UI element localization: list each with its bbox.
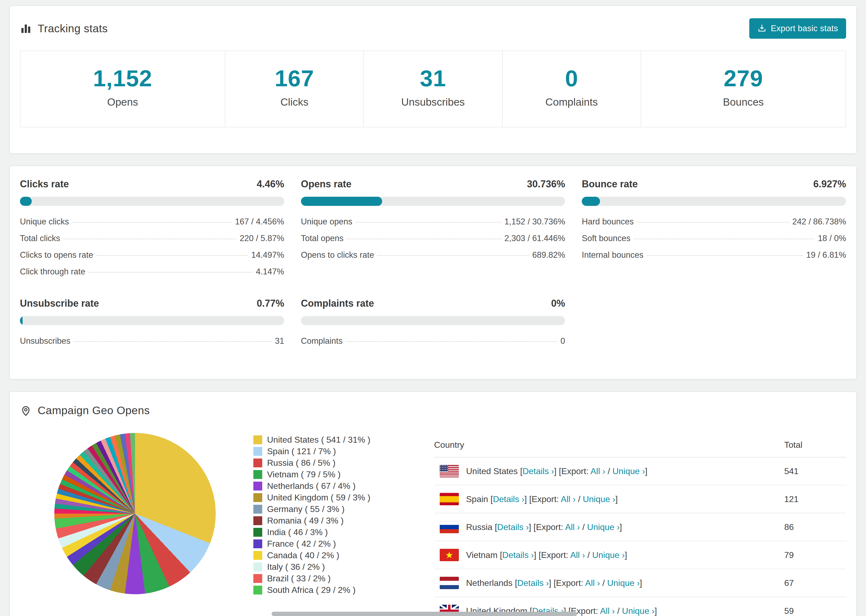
stat-value: 0 [505,67,638,90]
legend-item: France ( 42 / 2% ) [254,538,370,550]
vn-flag-icon [440,549,459,561]
column-header-country: Country [434,433,784,457]
stat-row-value: 689.82% [532,250,565,260]
stat-row-label: Unsubscribes [20,336,71,346]
legend-swatch [254,493,262,502]
legend-item: Vietnam ( 79 / 5% ) [254,469,370,480]
legend-item: India ( 46 / 3% ) [254,526,370,538]
country-total: 121 [784,485,846,513]
legend-label: Vietnam ( 79 / 5% ) [267,469,340,480]
stat-row: Internal bounces19 / 6.81% [582,247,846,263]
dotted-leader [88,272,253,272]
details-link[interactable]: Details › [493,494,524,504]
export-unique-link[interactable]: Unique › [587,522,620,532]
geo-legend: United States ( 541 / 31% )Spain ( 121 /… [254,434,370,596]
country-cell: Spain [Details ›] [Export: All › / Uniqu… [434,493,784,505]
stat-row-value: 220 / 5.87% [239,234,284,243]
legend-swatch [254,482,262,490]
stat-row: Click through rate4.147% [20,263,284,280]
stat-row-value: 0 [561,336,565,346]
stat-row-label: Unique opens [301,217,352,226]
progress-fill [301,197,382,206]
legend-item: United States ( 541 / 31% ) [254,434,370,446]
export-all-link[interactable]: All › [565,522,580,532]
tracking-stats-card: Tracking stats Export basic stats 1,152 … [9,5,857,154]
rates-grid: Clicks rate 4.46% Unique clicks167 / 4.4… [20,178,846,349]
stat-label: Opens [23,96,222,108]
geo-pie-chart [54,433,216,594]
geo-opens-card: Campaign Geo Opens United States ( 541 /… [9,391,857,616]
export-unique-link[interactable]: Unique › [612,466,645,476]
stat-row-value: 31 [275,336,284,346]
dotted-leader [634,239,815,239]
details-link[interactable]: Details › [497,522,529,532]
legend-swatch [254,459,262,467]
export-unique-link[interactable]: Unique › [607,578,640,588]
stat-row-label: Opens to clicks rate [301,250,374,260]
stat-row-value: 19 / 6.81% [806,250,846,260]
map-pin-icon [20,405,32,416]
bar-chart-icon [20,23,32,35]
ru-flag-icon [440,521,459,533]
export-all-link[interactable]: All › [570,550,585,560]
export-unique-link[interactable]: Unique › [592,550,625,560]
stat-complaints: 0 Complaints [502,50,641,127]
dotted-leader [377,255,529,256]
legend-item: Germany ( 55 / 3% ) [254,503,370,515]
stat-row-label: Complaints [301,336,343,346]
table-row: Netherlands [Details ›] [Export: All › /… [434,569,846,597]
dotted-leader [346,341,557,342]
legend-item: United Kingdom ( 59 / 3% ) [254,492,370,503]
geo-table: Country Total United States [Details ›] … [434,433,846,616]
export-icon [757,24,767,33]
stat-row: Unique opens1,152 / 30.736% [301,214,565,230]
export-all-link[interactable]: All › [561,494,576,504]
rate-title: Opens rate [301,178,351,190]
opens-rate-progressbar [301,197,565,206]
stat-label: Bounces [644,96,843,108]
export-basic-stats-button[interactable]: Export basic stats [749,18,846,39]
details-link[interactable]: Details › [523,466,554,476]
legend-label: Spain ( 121 / 7% ) [267,446,336,457]
stat-bounces: 279 Bounces [641,50,846,127]
country-cell-text: Netherlands [Details ›] [Export: All › /… [466,578,642,588]
details-link[interactable]: Details › [502,550,534,560]
export-all-link[interactable]: All › [585,578,600,588]
legend-label: Romania ( 49 / 3% ) [267,515,344,526]
country-cell: United States [Details ›] [Export: All ›… [434,465,784,477]
bounce-rate-block: Bounce rate 6.927% Hard bounces242 / 86.… [582,178,846,280]
geo-chart-area: United States ( 541 / 31% )Spain ( 121 /… [20,433,434,616]
country-total: 67 [784,569,846,597]
rate-value: 4.46% [257,178,284,190]
table-row: United States [Details ›] [Export: All ›… [434,457,846,485]
stat-row-value: 4.147% [256,267,284,277]
legend-label: United Kingdom ( 59 / 3% ) [267,492,370,503]
details-link[interactable]: Details › [517,578,549,588]
complaints-rate-block: Complaints rate 0% Complaints0 [301,298,565,349]
geo-opens-title-text: Campaign Geo Opens [38,404,150,417]
horizontal-scrollbar-thumb[interactable] [272,612,577,616]
export-unique-link[interactable]: Unique › [622,606,655,616]
stat-row: Total clicks220 / 5.87% [20,230,284,247]
bounce-rate-progressbar [582,197,846,206]
rate-title: Complaints rate [301,298,374,309]
legend-item: Canada ( 40 / 2% ) [254,550,370,561]
stat-row-label: Internal bounces [582,250,643,260]
export-unique-link[interactable]: Unique › [583,494,615,504]
stat-row-label: Total opens [301,234,344,243]
stat-row: Opens to clicks rate689.82% [301,247,565,263]
legend-label: Russia ( 86 / 5% ) [267,457,335,469]
legend-label: India ( 46 / 3% ) [267,526,328,538]
country-cell-text: Russia [Details ›] [Export: All › / Uniq… [466,522,622,532]
page: Tracking stats Export basic stats 1,152 … [0,0,866,616]
unsubscribe-rate-block: Unsubscribe rate 0.77% Unsubscribes31 [20,298,284,349]
rate-title: Unsubscribe rate [20,298,99,309]
dotted-leader [647,255,803,256]
stat-row-value: 242 / 86.738% [792,217,846,226]
country-cell-text: United States [Details ›] [Export: All ›… [466,466,647,476]
stat-unsubscribes: 31 Unsubscribes [363,50,502,127]
rate-value: 0% [551,298,565,309]
legend-item: South Africa ( 29 / 2% ) [254,584,370,596]
export-all-link[interactable]: All › [590,466,605,476]
export-all-link[interactable]: All › [600,606,615,616]
